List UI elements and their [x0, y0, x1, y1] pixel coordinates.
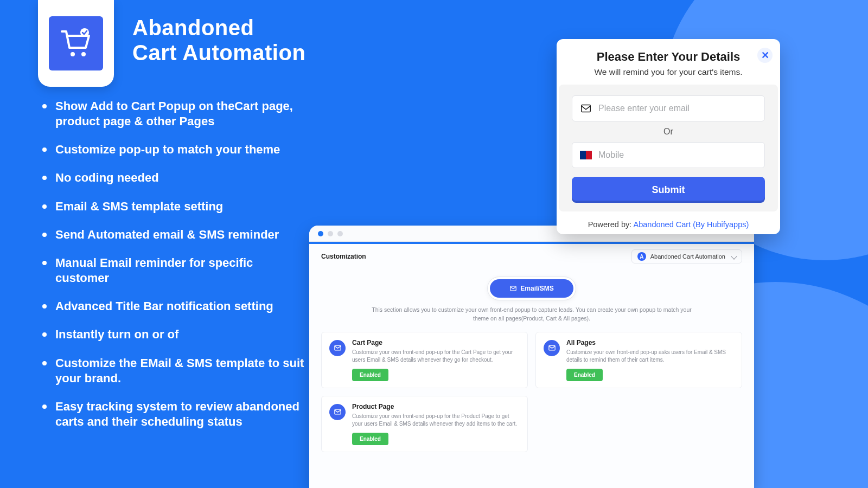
popup-title: Please Enter Your Details: [567, 50, 769, 64]
svg-point-0: [71, 52, 75, 56]
segmented-control: Email/SMS: [487, 277, 576, 300]
card-title: All Pages: [566, 339, 734, 346]
mail-circle-icon: [329, 404, 346, 420]
enabled-button[interactable]: Enabled: [352, 433, 388, 445]
list-item: No coding needed: [42, 170, 305, 185]
card-title: Product Page: [352, 403, 520, 410]
mail-icon: [580, 102, 592, 114]
card-desc: Customize your own front-end pop-up for …: [352, 413, 520, 428]
logo-card: [38, 0, 114, 87]
card-product-page: Product Page Customize your own front-en…: [321, 396, 528, 452]
powered-by-label: Powered by:: [588, 220, 634, 229]
mail-circle-icon: [544, 340, 560, 356]
capture-popup: Please Enter Your Details We will remind…: [557, 39, 780, 234]
app-logo: [49, 16, 103, 70]
section-description: This section allows you to customize you…: [309, 306, 754, 329]
powered-by-link[interactable]: Abandoned Cart (By Hubifyapps): [634, 220, 749, 229]
email-field[interactable]: [598, 104, 757, 113]
list-item: Customize the EMail & SMS template to su…: [42, 356, 305, 386]
list-item: Email & SMS template setting: [42, 199, 305, 214]
close-button[interactable]: ✕: [757, 48, 773, 63]
chevron-down-icon: [731, 253, 737, 259]
country-flag-icon[interactable]: [580, 151, 592, 159]
cart-icon: [59, 26, 93, 61]
list-item: Manual Email reminder for specific custo…: [42, 255, 305, 286]
enabled-button[interactable]: Enabled: [352, 369, 388, 381]
mobile-field-wrap[interactable]: [572, 142, 765, 168]
card-title: Cart Page: [352, 339, 520, 346]
email-field-wrap[interactable]: [572, 95, 765, 121]
mail-icon: [509, 285, 517, 292]
title-line-2: Cart Automation: [132, 40, 305, 65]
card-cart-page: Cart Page Customize your own front-end p…: [321, 332, 528, 388]
dashboard-window: Customization A Abandoned Cart Automatio…: [309, 226, 754, 488]
feature-list: Show Add to Cart Popup on theCart page, …: [42, 99, 305, 442]
traffic-light-dot: [328, 231, 333, 236]
title-line-1: Abandoned: [132, 15, 305, 40]
close-icon: ✕: [761, 49, 769, 61]
mail-circle-icon: [329, 340, 346, 356]
list-item: Instantly turn on or of: [42, 327, 305, 342]
card-all-pages: All Pages Customize your own front-end p…: [535, 332, 742, 388]
popup-subtitle: We will remind you for your cart's items…: [567, 67, 769, 77]
store-selector[interactable]: A Abandoned Cart Automation: [631, 249, 742, 264]
list-item: Customize pop-up to match your theme: [42, 142, 305, 157]
breadcrumb: Customization: [321, 253, 366, 260]
popup-footer: Powered by: Abandoned Cart (By Hubifyapp…: [557, 216, 780, 236]
list-item: Easy tracking system to review abandoned…: [42, 399, 305, 429]
list-item: Show Add to Cart Popup on theCart page, …: [42, 99, 305, 129]
store-badge-icon: A: [637, 252, 646, 261]
list-item: Advanced Title Bar notification setting: [42, 299, 305, 314]
card-desc: Customize your own front-end pop-up for …: [352, 349, 520, 364]
or-separator: Or: [572, 127, 765, 137]
card-desc: Customize your own front-end pop-up asks…: [566, 349, 734, 364]
traffic-light-dot: [318, 231, 323, 236]
mobile-field[interactable]: [598, 150, 757, 160]
tab-email-sms[interactable]: Email/SMS: [490, 279, 573, 298]
list-item: Send Automated email & SMS reminder: [42, 227, 305, 242]
traffic-light-dot: [337, 231, 343, 236]
svg-point-1: [81, 52, 86, 56]
enabled-button[interactable]: Enabled: [566, 369, 603, 381]
store-name-label: Abandoned Cart Automation: [650, 253, 725, 260]
svg-rect-3: [582, 105, 591, 112]
page-title: Abandoned Cart Automation: [132, 15, 305, 65]
submit-button[interactable]: Submit: [572, 177, 765, 203]
tab-label: Email/SMS: [520, 285, 553, 292]
